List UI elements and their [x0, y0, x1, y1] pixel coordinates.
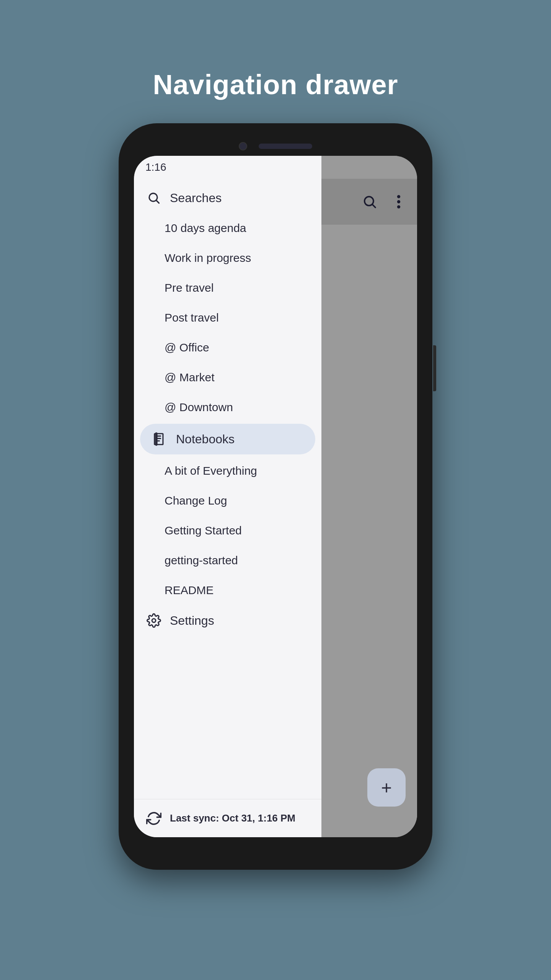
search-item-10-days[interactable]: 10 days agenda	[134, 213, 321, 243]
search-item-downtown[interactable]: @ Downtown	[134, 392, 321, 422]
phone-screen: 1:16 Searches 10 days agenda Work in	[134, 156, 417, 837]
main-body	[321, 225, 417, 837]
nav-drawer: 1:16 Searches 10 days agenda Work in	[134, 156, 321, 837]
search-item-market[interactable]: @ Market	[134, 363, 321, 392]
notebooks-label: Notebooks	[176, 432, 235, 446]
camera	[239, 142, 247, 150]
drawer-status-bar: 1:16	[134, 156, 321, 179]
svg-rect-6	[156, 433, 157, 445]
sync-text: Last sync: Oct 31, 1:16 PM	[170, 812, 295, 824]
svg-point-7	[152, 619, 156, 622]
page-title: Navigation drawer	[153, 69, 398, 100]
phone-frame: 1:16 Searches 10 days agenda Work in	[119, 123, 432, 870]
more-options-icon[interactable]	[388, 191, 409, 212]
searches-label: Searches	[170, 191, 222, 205]
search-icon	[145, 189, 162, 206]
settings-label: Settings	[170, 614, 214, 628]
search-item-work-in-progress[interactable]: Work in progress	[134, 243, 321, 273]
sync-footer: Last sync: Oct 31, 1:16 PM	[134, 799, 321, 837]
notebooks-icon	[152, 431, 168, 448]
settings-item[interactable]: Settings	[134, 605, 321, 636]
notebook-item-getting-started-slug[interactable]: getting-started	[134, 546, 321, 575]
search-item-office[interactable]: @ Office	[134, 333, 321, 363]
sync-icon	[145, 810, 162, 827]
notebooks-header[interactable]: Notebooks	[140, 424, 315, 454]
notebook-item-readme[interactable]: README	[134, 575, 321, 605]
drawer-content: Searches 10 days agenda Work in progress…	[134, 179, 321, 799]
main-panel: +	[321, 156, 417, 837]
volume-button	[433, 345, 436, 391]
settings-icon	[145, 612, 162, 629]
fab-button[interactable]: +	[367, 768, 406, 807]
svg-point-10	[397, 195, 400, 198]
speaker	[259, 144, 312, 149]
searches-header[interactable]: Searches	[134, 183, 321, 213]
search-toolbar-icon[interactable]	[359, 191, 380, 212]
drawer-time: 1:16	[145, 161, 166, 173]
notebook-item-getting-started[interactable]: Getting Started	[134, 516, 321, 546]
search-item-post-travel[interactable]: Post travel	[134, 303, 321, 333]
svg-point-11	[397, 200, 400, 203]
main-toolbar	[321, 179, 417, 225]
svg-point-12	[397, 205, 400, 208]
notebook-item-change-log[interactable]: Change Log	[134, 486, 321, 516]
svg-line-1	[156, 201, 159, 203]
svg-line-9	[373, 205, 375, 207]
search-item-pre-travel[interactable]: Pre travel	[134, 273, 321, 303]
notebook-item-bit-of-everything[interactable]: A bit of Everything	[134, 456, 321, 486]
